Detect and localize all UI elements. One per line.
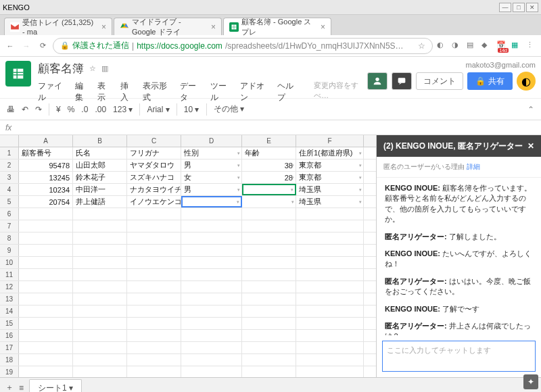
row-header[interactable]: 11 — [0, 269, 19, 280]
row-header[interactable]: 17 — [0, 342, 19, 353]
menu-data[interactable]: データ — [180, 80, 202, 103]
close-icon[interactable]: × — [321, 22, 325, 32]
menu-insert[interactable]: 挿入 — [120, 80, 135, 103]
back-button[interactable]: ← — [4, 40, 16, 52]
cell[interactable] — [127, 269, 181, 280]
cell[interactable]: ナカタヨウイチ — [127, 184, 181, 195]
row-header[interactable]: 4 — [0, 184, 19, 195]
ext-icon[interactable]: ▦ — [511, 41, 522, 51]
undo-icon[interactable]: ↶ — [22, 105, 28, 114]
sheet-tab[interactable]: シート1 ▾ — [29, 379, 82, 393]
share-button[interactable]: 🔒共有 — [467, 72, 513, 90]
cell[interactable] — [19, 305, 73, 317]
cell[interactable] — [296, 366, 364, 377]
cell[interactable] — [242, 208, 296, 220]
cell[interactable] — [127, 342, 181, 353]
currency-button[interactable]: ¥ — [56, 105, 61, 114]
cell[interactable] — [19, 293, 73, 305]
cell[interactable] — [127, 305, 181, 317]
forward-button[interactable]: → — [20, 40, 32, 52]
cell[interactable] — [73, 281, 127, 293]
row-header[interactable]: 16 — [0, 330, 19, 341]
cell[interactable] — [127, 330, 181, 341]
cell[interactable] — [127, 293, 181, 305]
cell[interactable] — [296, 318, 364, 329]
row-header[interactable]: 14 — [0, 305, 19, 317]
cell[interactable]: 年齢 — [242, 147, 296, 159]
menu-help[interactable]: ヘルプ — [277, 80, 299, 103]
cell[interactable] — [296, 269, 364, 280]
menu-format[interactable]: 表示形式 — [143, 80, 172, 103]
cell[interactable]: 東京都 — [296, 172, 364, 183]
menu-tools[interactable]: ツール — [210, 80, 232, 103]
formula-bar[interactable]: fx — [0, 120, 541, 135]
row-header[interactable]: 3 — [0, 172, 19, 183]
cell[interactable] — [73, 342, 127, 353]
sheets-logo[interactable] — [5, 61, 31, 87]
ext-icon[interactable]: ▤ — [467, 41, 477, 51]
cell[interactable] — [242, 269, 296, 280]
row-header[interactable]: 9 — [0, 245, 19, 256]
row-header[interactable]: 13 — [0, 293, 19, 305]
row-header[interactable]: 12 — [0, 281, 19, 293]
row-header[interactable]: 7 — [0, 220, 19, 232]
cell[interactable]: 埼玉県 — [296, 184, 364, 195]
cell[interactable]: 顧客番号 — [19, 147, 73, 159]
cell[interactable]: 埼玉県 — [296, 196, 364, 207]
cell[interactable] — [127, 208, 181, 220]
cell[interactable] — [296, 354, 364, 366]
star-icon[interactable]: ☆ — [418, 41, 425, 51]
cell[interactable]: 男 — [181, 184, 242, 195]
col-header[interactable]: A — [19, 135, 73, 147]
minimize-button[interactable]: — — [499, 3, 511, 12]
decimal-inc-button[interactable]: .00 — [95, 105, 106, 114]
cell[interactable] — [73, 257, 127, 268]
cell[interactable] — [242, 366, 296, 377]
cell[interactable] — [242, 342, 296, 353]
chat-input[interactable]: ここに入力してチャットします — [382, 341, 536, 372]
cell[interactable] — [242, 318, 296, 329]
cell[interactable] — [181, 257, 242, 268]
row-header[interactable]: 19 — [0, 366, 19, 377]
cell[interactable] — [296, 330, 364, 341]
row-header[interactable]: 15 — [0, 318, 19, 329]
cell[interactable] — [73, 245, 127, 256]
cell[interactable] — [296, 232, 364, 244]
menu-file[interactable]: ファイル — [38, 80, 67, 103]
cell[interactable]: 住所1(都道府県) — [296, 147, 364, 159]
reload-button[interactable]: ⟳ — [37, 40, 49, 52]
cell[interactable] — [181, 208, 242, 220]
cell[interactable] — [73, 318, 127, 329]
cell[interactable]: 10234 — [19, 184, 73, 195]
row-header[interactable]: 5 — [0, 196, 19, 207]
menu-edit[interactable]: 編集 — [75, 80, 90, 103]
close-icon[interactable]: × — [101, 22, 106, 32]
cell[interactable] — [127, 257, 181, 268]
cell[interactable]: 鈴木花子 — [73, 172, 127, 183]
cell[interactable] — [242, 305, 296, 317]
cell[interactable]: 女 — [181, 172, 242, 183]
all-sheets-button[interactable]: ≡ — [19, 383, 24, 393]
changes-label[interactable]: 変更内容をすべ… — [314, 80, 367, 103]
cell[interactable] — [73, 354, 127, 366]
cell[interactable] — [296, 293, 364, 305]
cell[interactable] — [19, 245, 73, 256]
cell[interactable] — [19, 269, 73, 280]
cell[interactable]: 匿名アリゲーター — [242, 184, 296, 195]
font-dropdown[interactable]: Arial ▾ — [147, 105, 169, 114]
cell[interactable] — [181, 232, 242, 244]
folder-icon[interactable]: ▥ — [101, 64, 108, 73]
cell[interactable] — [181, 305, 242, 317]
cell[interactable] — [19, 330, 73, 341]
cell[interactable] — [19, 257, 73, 268]
print-icon[interactable]: 🖶 — [7, 105, 15, 114]
cell[interactable]: ヤマダタロウ — [127, 160, 181, 171]
maximize-button[interactable]: □ — [513, 3, 525, 12]
cell[interactable] — [181, 293, 242, 305]
add-sheet-button[interactable]: ＋ — [5, 382, 14, 392]
cell[interactable] — [181, 220, 242, 232]
cell[interactable] — [242, 245, 296, 256]
cell[interactable] — [181, 281, 242, 293]
cell[interactable] — [127, 232, 181, 244]
fontsize-dropdown[interactable]: 10 ▾ — [184, 105, 199, 114]
